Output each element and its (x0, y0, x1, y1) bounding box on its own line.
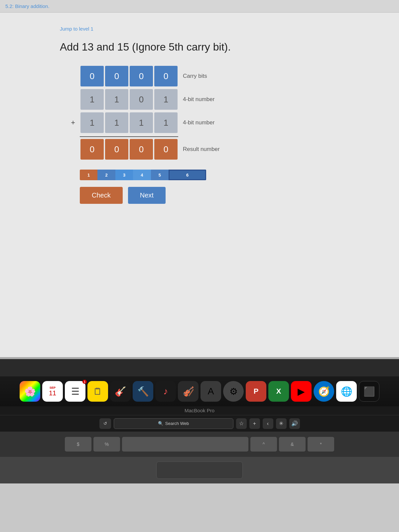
carry-bit-4[interactable]: 0 (154, 66, 178, 86)
dock-safari[interactable]: 🧭 (314, 381, 334, 402)
progress-label-5: 5 (159, 173, 161, 178)
progress-bar: 1 2 3 4 5 6 (80, 170, 206, 180)
result-bit-2[interactable]: 0 (105, 139, 128, 160)
num2-bit-1[interactable]: 1 (80, 112, 104, 133)
main-content: Jump to level 1 Add 13 and 15 (Ignore 5t… (0, 13, 399, 217)
touchbar-volume[interactable]: 🔊 (289, 418, 300, 429)
bezel-bottom (0, 359, 399, 376)
star-icon: ☆ (239, 420, 244, 427)
progress-label-1: 1 (87, 173, 90, 178)
four-bit-label-1: 4-bit number (183, 96, 214, 103)
dock-powerpoint[interactable]: P (246, 381, 266, 402)
chevron-icon: ‹ (267, 421, 269, 427)
dock-chrome[interactable]: 🌐 (336, 381, 357, 402)
carry-bit-3[interactable]: 0 (130, 66, 153, 86)
asterisk-label: * (320, 442, 322, 447)
notes-icon: 🗒 (93, 386, 102, 397)
result-label: Result number (183, 146, 220, 153)
trackpad[interactable] (156, 462, 243, 479)
result-row: 0 0 0 0 Result number (60, 138, 339, 160)
touchbar-refresh[interactable]: ↺ (99, 418, 111, 429)
progress-seg-2[interactable]: 2 (97, 170, 115, 180)
key-ampersand[interactable]: & (279, 437, 306, 452)
xcode-icon: 🔨 (137, 386, 149, 397)
laptop-screen: 5.2: Binary addition. Jump to level 1 Ad… (0, 0, 399, 359)
action-buttons: Check Next (80, 187, 339, 204)
key-space[interactable] (122, 437, 248, 452)
dock-reminders[interactable]: ☰ 1 (65, 381, 85, 402)
progress-seg-4[interactable]: 4 (133, 170, 151, 180)
photos-icon: 🌸 (24, 386, 36, 397)
progress-label-2: 2 (105, 173, 108, 178)
dock-misc[interactable]: ⬛ (359, 381, 379, 402)
dock-garageband[interactable]: 🎸 (110, 381, 131, 402)
dock-youtube[interactable]: ▶ (291, 381, 312, 402)
carry-bits-label: Carry bits (183, 73, 207, 79)
ampersand-label: & (291, 442, 294, 447)
binary-addition-grid: 0 0 0 0 Carry bits 1 1 0 1 4-bit number … (60, 65, 339, 162)
result-bit-3[interactable]: 0 (130, 139, 153, 160)
settings-icon: ✳ (279, 420, 283, 427)
number2-row: + 1 1 1 1 4-bit number (60, 112, 339, 134)
progress-seg-3[interactable]: 3 (115, 170, 133, 180)
carry-bit-2[interactable]: 0 (105, 66, 128, 86)
dock-photos[interactable]: 🌸 (20, 381, 40, 402)
num2-bit-4[interactable]: 1 (154, 112, 178, 133)
calendar-day: 11 (49, 389, 56, 397)
progress-seg-1[interactable]: 1 (80, 170, 97, 180)
macbook-label-row: MacBook Pro (0, 406, 399, 415)
divider-line (80, 136, 178, 137)
num2-bit-2[interactable]: 1 (105, 112, 128, 133)
num1-bit-3[interactable]: 0 (130, 89, 153, 110)
keyboard: $ % ^ & * (0, 432, 399, 457)
palm-rest (0, 457, 399, 483)
dock-calendar[interactable]: SEP 11 (42, 381, 63, 402)
num2-bit-3[interactable]: 1 (130, 112, 153, 133)
num1-bit-2[interactable]: 1 (105, 89, 128, 110)
dock-instrument[interactable]: 🎻 (178, 381, 199, 402)
page-title: 5.2: Binary addition. (5, 3, 50, 9)
num1-bit-1[interactable]: 1 (80, 89, 104, 110)
key-asterisk[interactable]: * (308, 437, 334, 452)
percent-label: % (105, 442, 109, 447)
progress-seg-6[interactable]: 6 (169, 170, 206, 180)
key-dollar[interactable]: $ (65, 437, 91, 452)
misc-icon: ⬛ (363, 386, 375, 397)
garageband-icon: 🎸 (115, 386, 126, 397)
num1-bit-4[interactable]: 1 (154, 89, 178, 110)
key-caret[interactable]: ^ (250, 437, 277, 452)
dock-music[interactable]: ♪ (155, 381, 176, 402)
divider (60, 136, 339, 137)
next-button[interactable]: Next (128, 187, 166, 204)
dock-app-store[interactable]: A (200, 381, 221, 402)
dollar-label: $ (77, 442, 79, 447)
plus-icon: + (253, 421, 256, 427)
macbook-label: MacBook Pro (185, 408, 214, 413)
key-row-1: $ % ^ & * (20, 437, 379, 452)
dock-xcode[interactable]: 🔨 (133, 381, 153, 402)
touchbar-plus[interactable]: + (249, 418, 260, 429)
progress-seg-5[interactable]: 5 (151, 170, 169, 180)
result-bit-1[interactable]: 0 (80, 139, 104, 160)
result-bit-4[interactable]: 0 (154, 139, 178, 160)
youtube-icon: ▶ (298, 386, 305, 397)
jump-to-level-link[interactable]: Jump to level 1 (60, 26, 93, 32)
macos-dock: 🌸 SEP 11 ☰ 1 🗒 🎸 🔨 ♪ 🎻 A ⚙ P X ▶ 🧭 (0, 376, 399, 406)
progress-bar-row: 1 2 3 4 5 6 (80, 170, 339, 180)
check-button[interactable]: Check (80, 187, 123, 204)
progress-label-3: 3 (123, 173, 125, 178)
touchbar-search[interactable]: 🔍 Search Web (114, 418, 233, 429)
dock-system-prefs[interactable]: ⚙ (223, 381, 244, 402)
touchbar-settings[interactable]: ✳ (276, 418, 287, 429)
progress-label-6: 6 (186, 173, 189, 178)
dock-notes[interactable]: 🗒 (87, 381, 108, 402)
number1-row: 1 1 0 1 4-bit number (60, 88, 339, 110)
touchbar-star[interactable]: ☆ (236, 418, 247, 429)
dock-excel[interactable]: X (268, 381, 289, 402)
caret-label: ^ (263, 442, 265, 447)
systemprefs-icon: ⚙ (229, 386, 238, 397)
carry-bit-1[interactable]: 0 (80, 66, 104, 86)
touchbar-chevron[interactable]: ‹ (263, 418, 273, 429)
key-percent[interactable]: % (93, 437, 120, 452)
touchbar: ↺ 🔍 Search Web ☆ + ‹ ✳ 🔊 (0, 415, 399, 432)
